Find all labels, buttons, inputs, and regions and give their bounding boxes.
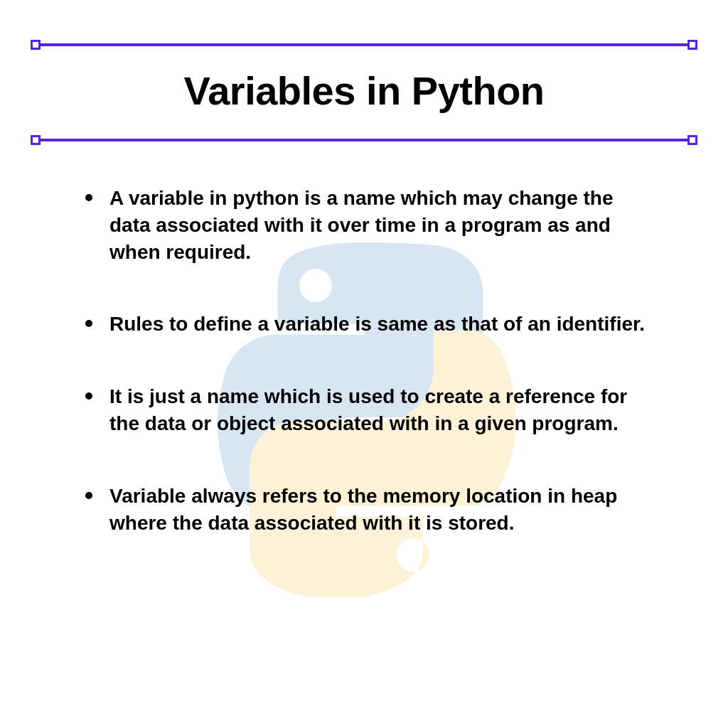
- list-item: It is just a name which is used to creat…: [85, 383, 657, 437]
- endcap-icon: [687, 135, 697, 145]
- endcap-icon: [687, 40, 697, 50]
- decorative-line-bottom: [36, 139, 692, 141]
- list-item: Variable always refers to the memory loc…: [85, 483, 657, 537]
- decorative-line-top: [36, 43, 692, 46]
- bullet-list: A variable in python is a name which may…: [85, 185, 657, 582]
- list-item: A variable in python is a name which may…: [85, 185, 657, 265]
- endcap-icon: [31, 135, 41, 145]
- page-title: Variables in Python: [0, 68, 728, 114]
- endcap-icon: [31, 40, 41, 50]
- list-item: Rules to define a variable is same as th…: [85, 311, 657, 338]
